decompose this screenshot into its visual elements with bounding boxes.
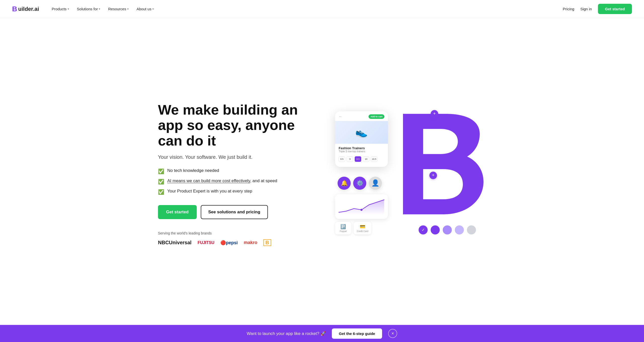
brand-b: B [263,239,271,246]
svg-point-0 [360,209,363,211]
paypal-card: 🅿️ Paypal [335,222,351,234]
credit-card-icon: 💳 [357,224,368,229]
brand-pepsi: 🔴pepsi [220,240,238,246]
logo[interactable]: Builder.ai [12,5,39,13]
products-chevron: ▾ [68,8,69,10]
nav-item-about[interactable]: About us ▾ [133,5,157,13]
see-solutions-button[interactable]: See solutions and pricing [201,205,268,219]
hero-buttons: Get started See solutions and pricing [158,205,299,219]
size-8-5[interactable]: 8.5 [339,156,345,162]
size-10[interactable]: 10 [363,156,369,162]
paypal-icon: 🅿️ [338,224,348,229]
brands-row: NBCUniversal FUJITSU 🔴pepsi makro B [158,239,299,246]
avatar-float [369,177,382,190]
hero-section: We make building an app so easy, anyone … [146,18,498,325]
nav-signin-link[interactable]: Sign in [580,7,592,11]
hero-features: ✅ No tech knowledge needed ✅ AI means we… [158,168,299,195]
feature-3: ✅ Your Product Expert is with you at eve… [158,189,299,195]
feature-3-text: Your Product Expert is with you at every… [167,189,252,194]
feature-1: ✅ No tech knowledge needed [158,168,299,174]
nav-pricing-link[interactable]: Pricing [563,7,574,11]
indicator-dots: ✓ [419,225,476,234]
credit-card: 💳 Credit Card [354,222,371,234]
about-chevron: ▾ [152,8,154,10]
dot-purple-2 [443,225,452,234]
bell-icon-float: 🔔 [338,177,351,190]
ai-link[interactable]: AI means we can build more cost effectiv… [167,178,250,183]
products-label: Products [52,7,66,11]
hero-title: We make building an app so easy, anyone … [158,102,299,149]
check-icon-1: ✅ [158,168,164,174]
credit-label: Credit Card [357,230,368,232]
resources-label: Resources [108,7,126,11]
plus-badge-mid: + [429,172,437,179]
nav-items: Products ▾ Solutions for ▾ Resources ▾ A… [48,5,157,13]
navbar: Builder.ai Products ▾ Solutions for ▾ Re… [0,0,644,18]
nav-item-solutions[interactable]: Solutions for ▾ [73,5,104,13]
hero-left: We make building an app so easy, anyone … [158,102,299,246]
gear-icon-float: ⚙️ [353,177,366,190]
nav-item-resources[interactable]: Resources ▾ [105,5,132,13]
nav-left: Builder.ai Products ▾ Solutions for ▾ Re… [12,5,157,13]
size-9[interactable]: 9 [347,156,353,162]
size-10-5[interactable]: 10.5 [371,156,377,162]
plus-badge-top: + [431,110,438,118]
mockup-product-name: Fashion Trainers [339,146,384,150]
solutions-label: Solutions for [77,7,98,11]
mockup-back-arrow: ← [339,114,343,119]
solutions-chevron: ▾ [99,8,100,10]
nav-right: Pricing Sign in Get started [563,4,632,14]
size-row: 8.5 9 8.5 10 10.5 [335,154,388,164]
brand-nbcuniversal: NBCUniversal [158,240,191,246]
dot-gray [467,225,476,234]
app-mockup-card: ← Add to cart 👟 Fashion Trainers Triple … [335,111,388,167]
big-b-background [393,104,489,224]
nav-get-started-button[interactable]: Get started [598,4,632,14]
mockup-shoe-image: 👟 [335,121,388,144]
chart-area [335,194,388,219]
feature-2: ✅ AI means we can build more cost effect… [158,178,299,185]
brands-label: Serving the world's leading brands [158,231,299,235]
nav-item-products[interactable]: Products ▾ [48,5,72,13]
hero-illustration: + ← Add to cart 👟 Fashion Trainers Tripl… [335,109,486,239]
dot-check: ✓ [419,225,428,234]
dot-purple-1 [431,225,440,234]
check-icon-2: ✅ [158,179,164,185]
feature-1-text: No tech knowledge needed [167,168,219,173]
hero-subtitle: Your vision. Your software. We just buil… [158,154,299,160]
dot-purple-3 [455,225,464,234]
line-chart [339,197,384,215]
logo-b-letter: B [12,5,17,13]
mockup-product-info: Fashion Trainers Triple S low-top traine… [335,144,388,154]
resources-chevron: ▾ [127,8,129,10]
size-8-5-active[interactable]: 8.5 [355,156,361,162]
paypal-label: Paypal [338,230,348,232]
brands-section: Serving the world's leading brands NBCUn… [158,231,299,246]
hero-get-started-button[interactable]: Get started [158,205,197,219]
about-label: About us [137,7,151,11]
floating-icons: 🔔 ⚙️ [338,177,382,190]
brand-makro: makro [244,240,257,245]
feature-2-text: AI means we can build more cost effectiv… [167,178,277,183]
add-to-cart-badge: Add to cart [369,114,385,119]
payment-area: 🅿️ Paypal 💳 Credit Card [335,222,371,234]
logo-text: uilder.ai [18,6,39,12]
mockup-product-sub: Triple S low-top trainers [339,150,384,153]
brand-fujitsu: FUJITSU [197,240,214,245]
check-icon-3: ✅ [158,189,164,195]
mockup-header: ← Add to cart [335,111,388,121]
